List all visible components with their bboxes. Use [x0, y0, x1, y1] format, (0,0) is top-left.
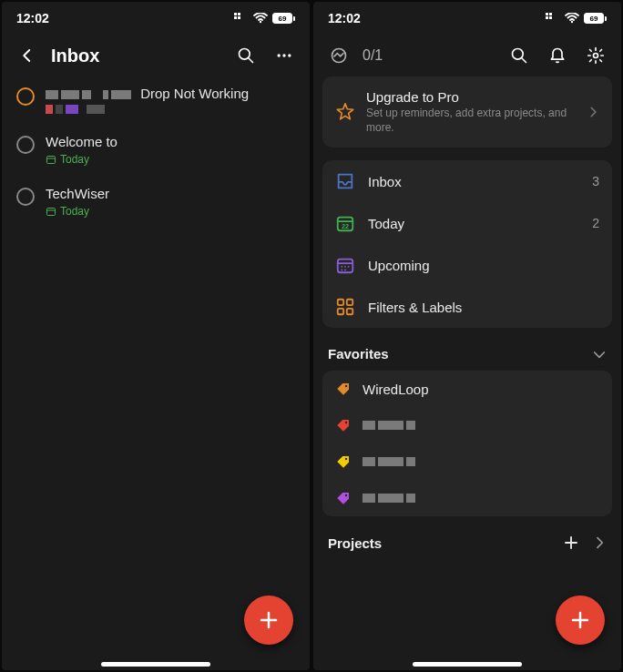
svg-point-39	[345, 458, 347, 460]
task-checkbox[interactable]	[16, 136, 35, 154]
chevron-right-icon[interactable]	[592, 535, 607, 550]
task-meta: Today	[46, 153, 295, 166]
productivity-button[interactable]	[324, 41, 353, 70]
back-button[interactable]	[13, 41, 42, 70]
search-button[interactable]	[231, 41, 260, 70]
chevron-down-icon	[592, 347, 607, 361]
status-bar: 12:02 69	[2, 2, 310, 35]
calendar-icon	[46, 206, 56, 217]
task-meta: Today	[46, 205, 295, 218]
svg-rect-0	[234, 13, 237, 15]
svg-point-38	[345, 422, 347, 423]
filters-icon	[335, 297, 355, 317]
status-time: 12:02	[16, 11, 49, 25]
home-indicator	[413, 662, 522, 667]
svg-point-31	[341, 270, 342, 271]
star-icon	[335, 102, 355, 122]
svg-rect-3	[238, 16, 240, 19]
svg-rect-35	[338, 309, 343, 314]
svg-rect-15	[549, 13, 552, 15]
menu-filters[interactable]: Filters & Labels	[322, 286, 612, 328]
wifi-icon	[253, 13, 268, 24]
status-indicators: 69	[234, 13, 295, 24]
svg-point-4	[260, 21, 261, 23]
home-content: Upgrade to Pro Set up reminders, add ext…	[313, 76, 621, 670]
svg-point-28	[341, 266, 342, 268]
svg-point-30	[348, 266, 350, 268]
svg-text:22: 22	[342, 222, 349, 230]
task-list: Drop Not Working Welcome to To	[2, 76, 310, 670]
svg-rect-17	[549, 16, 552, 19]
task-row[interactable]: Drop Not Working	[11, 76, 301, 125]
battery-icon: 69	[584, 13, 607, 24]
favorites-list: WiredLoop	[322, 371, 612, 516]
tag-icon	[335, 381, 352, 397]
svg-point-9	[288, 54, 291, 56]
menu-today[interactable]: 22 Today 2	[322, 202, 612, 244]
svg-rect-16	[546, 16, 548, 19]
favorite-label: WiredLoop	[363, 382, 429, 397]
svg-rect-12	[47, 209, 56, 216]
svg-rect-14	[546, 13, 548, 15]
search-button[interactable]	[505, 41, 534, 70]
main-menu: Inbox 3 22 Today 2 Upcoming Filters & La…	[322, 160, 612, 328]
task-row[interactable]: Welcome to Today	[11, 125, 301, 177]
menu-inbox[interactable]: Inbox 3	[322, 160, 612, 202]
tag-icon	[335, 453, 352, 470]
home-screen: 12:02 69 0/1 Upgrade to Pro	[313, 2, 621, 670]
today-count: 2	[592, 216, 599, 230]
svg-rect-33	[338, 300, 343, 305]
svg-rect-34	[347, 300, 352, 305]
favorite-row[interactable]: WiredLoop	[322, 371, 612, 407]
tag-icon	[335, 490, 352, 506]
favorites-header[interactable]: Favorites	[322, 341, 612, 371]
cellular-icon	[234, 13, 249, 24]
home-header: 0/1	[313, 35, 621, 76]
task-title: Drop Not Working	[46, 86, 295, 101]
svg-line-6	[249, 58, 253, 63]
add-task-fab[interactable]	[556, 596, 605, 645]
promo-subtitle: Set up reminders, add extra projects, an…	[366, 107, 576, 135]
favorite-row[interactable]	[322, 443, 612, 480]
wifi-icon	[565, 13, 579, 24]
projects-header[interactable]: Projects	[322, 529, 612, 560]
inbox-count: 3	[592, 174, 599, 188]
chevron-right-icon	[587, 106, 599, 118]
task-title: TechWiser	[46, 186, 295, 201]
home-indicator	[101, 662, 210, 667]
svg-rect-2	[234, 16, 237, 19]
more-button[interactable]	[270, 41, 299, 70]
task-meta	[46, 105, 295, 114]
calendar-icon	[46, 154, 56, 165]
status-indicators: 69	[546, 13, 607, 24]
notifications-button[interactable]	[543, 41, 572, 70]
svg-point-8	[282, 54, 285, 56]
page-title: Inbox	[51, 46, 222, 66]
battery-icon: 69	[272, 13, 295, 24]
add-task-fab[interactable]	[244, 596, 293, 645]
tag-icon	[335, 417, 352, 433]
add-project-icon[interactable]	[563, 535, 579, 551]
favorite-row[interactable]	[322, 407, 612, 443]
task-row[interactable]: TechWiser Today	[11, 177, 301, 229]
inbox-header: Inbox	[2, 35, 310, 76]
inbox-screen: 12:02 69 Inbox	[2, 2, 310, 670]
status-bar: 12:02 69	[313, 2, 621, 35]
upgrade-promo[interactable]: Upgrade to Pro Set up reminders, add ext…	[322, 76, 612, 148]
svg-point-18	[571, 21, 573, 23]
svg-point-29	[344, 266, 346, 268]
svg-rect-10	[47, 157, 56, 164]
task-checkbox[interactable]	[16, 188, 35, 206]
settings-button[interactable]	[581, 41, 610, 70]
svg-point-22	[594, 54, 598, 58]
upcoming-icon	[335, 255, 355, 275]
menu-upcoming[interactable]: Upcoming	[322, 244, 612, 286]
progress-counter: 0/1	[363, 47, 383, 64]
favorite-row[interactable]	[322, 480, 612, 516]
status-time: 12:02	[328, 11, 361, 25]
svg-point-40	[345, 494, 347, 496]
task-title: Welcome to	[46, 134, 295, 149]
svg-line-21	[522, 58, 526, 63]
task-checkbox[interactable]	[16, 87, 35, 106]
svg-point-32	[344, 270, 346, 271]
